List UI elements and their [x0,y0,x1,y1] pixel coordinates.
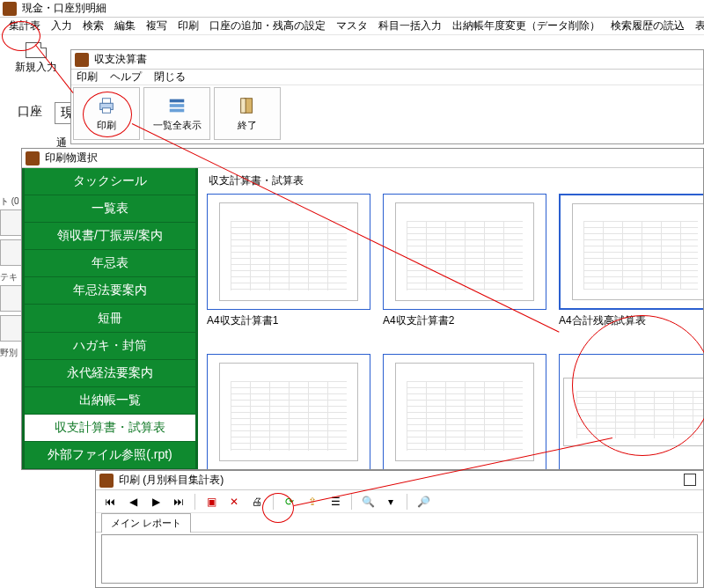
print-button-label: 印刷 [97,119,116,132]
new-input-button[interactable]: 新規入力 [4,42,69,77]
svg-rect-2 [102,107,110,113]
showall-button-label: 一覧全表示 [153,119,202,132]
child2-title-text: 印刷物選択 [45,151,98,165]
child1-menu-help[interactable]: ヘルプ [110,70,142,85]
toolbar-sep-1 [194,494,195,510]
cat-tanzaku[interactable]: 短冊 [22,305,198,332]
report-tabs: メイン レポート [96,513,703,533]
new-page-icon [26,42,47,58]
svg-rect-4 [170,104,185,107]
cat-list[interactable]: 一覧表 [22,195,198,223]
zoom-icon[interactable]: 🔍 [361,495,375,509]
thumb-2[interactable]: A4収支計算書2 [383,194,546,343]
next-page-icon[interactable]: ▶ [149,495,163,509]
strip-cell-1[interactable] [0,209,23,236]
thumb-1[interactable]: A4収支計算書1 [207,194,370,343]
strip-cell-2[interactable] [0,239,23,266]
first-page-icon[interactable]: ⏮ [103,495,117,509]
cat-eitai[interactable]: 永代経法要案内 [22,360,198,387]
thumb-1-caption: A4収支計算書1 [207,310,370,328]
menu-bulk[interactable]: 科目一括入力 [373,17,447,35]
menu-input[interactable]: 入力 [46,17,77,35]
printer-icon [96,96,117,115]
cat-hagaki[interactable]: ハガキ・封筒 [22,333,198,360]
window-balance-sheet: 収支決算書 印刷 ヘルプ 閉じる 印刷 一覧全表示 終了 [70,49,704,144]
main-title: 現金・口座別明細 [22,1,106,16]
account-label: 口座 [18,104,42,120]
left-strip: ト (0 テキ 野別 [0,194,23,361]
window-print-select: 印刷物選択 タックシール 一覧表 領収書/丁振票/案内 年忌表 年忌法要案内 短… [21,148,704,470]
tree-icon[interactable]: ☰ [328,495,342,509]
new-input-label: 新規入力 [4,60,69,75]
zoom-dropdown-icon[interactable]: ▾ [384,495,398,509]
thumb-3[interactable]: A4合計残高試算表 [559,194,703,343]
strip-label-2: テキ [0,269,23,285]
report-canvas[interactable] [101,534,698,584]
refresh-icon[interactable]: ⟳ [282,495,297,509]
thumb-2-caption: A4収支計算書2 [383,310,546,328]
cat-external[interactable]: 外部ファイル参照(.rpt) [22,442,198,469]
thumb-6[interactable] [559,354,703,469]
svg-rect-3 [170,99,185,102]
menu-print[interactable]: 印刷 [172,17,204,35]
menu-copy[interactable]: 複写 [141,17,172,35]
cat-ledger[interactable]: 出納帳一覧 [22,387,198,415]
exit-icon [237,96,258,115]
child1-menu-close[interactable]: 閉じる [154,70,186,85]
child1-menubar: 印刷 ヘルプ 閉じる [71,70,703,85]
menu-aggregate[interactable]: 集計表 [4,17,46,35]
child1-title-text: 収支決算書 [94,52,147,67]
svg-rect-1 [102,98,110,103]
printer-icon[interactable]: 🖨 [250,495,264,509]
svg-rect-5 [170,108,185,112]
menu-account[interactable]: 口座の追加・残高の設定 [204,17,331,35]
showall-button[interactable]: 一覧全表示 [143,87,210,140]
child3-icon [99,474,114,488]
child3-title-text: 印刷 (月別科目集計表) [119,473,224,488]
child3-toolbar: ⏮ ◀ ▶ ⏭ ▣ ✕ 🖨 ⟳ ⇪ ☰ 🔍 ▾ 🔎 [96,490,703,513]
child1-toolbar: 印刷 一覧全表示 終了 [71,85,703,142]
thumb-3-caption: A4合計残高試算表 [559,310,703,328]
cat-tackseal[interactable]: タックシール [22,168,198,195]
menu-master[interactable]: マスタ [331,17,373,35]
window-print-report: 印刷 (月別科目集計表) ⏮ ◀ ▶ ⏭ ▣ ✕ 🖨 ⟳ ⇪ ☰ 🔍 ▾ 🔎 メ… [95,470,704,588]
list-icon [166,96,187,115]
delete-icon[interactable]: ✕ [227,495,241,509]
preview-heading: 収支計算書・試算表 [209,173,694,188]
find-icon[interactable]: 🔎 [416,495,430,509]
svg-rect-7 [241,98,246,113]
child1-menu-print[interactable]: 印刷 [77,70,98,85]
menu-edit[interactable]: 編集 [109,17,141,35]
child1-titlebar: 収支決算書 [71,50,703,70]
cat-nenki[interactable]: 年忌表 [22,250,198,277]
cat-balance-sheet[interactable]: 収支計算書・試算表 [22,415,198,442]
export-icon[interactable]: ⇪ [305,495,319,509]
child2-titlebar: 印刷物選択 [22,149,703,168]
cat-nenki-guide[interactable]: 年忌法要案内 [22,277,198,305]
toolbar-sep-3 [351,494,352,510]
strip-cell-4[interactable] [0,315,23,342]
toolbar-sep-4 [407,494,407,510]
prev-page-icon[interactable]: ◀ [126,495,140,509]
child1-icon [75,53,89,67]
new-page-icon[interactable]: ▣ [204,495,218,509]
cat-receipt[interactable]: 領収書/丁振票/案内 [22,223,198,250]
strip-cell-3[interactable] [0,285,23,312]
menu-history[interactable]: 検索履歴の読込 [605,17,690,35]
maximize-button[interactable] [684,474,696,486]
thumb-5[interactable] [383,354,546,469]
thumb-grid: A4収支計算書1 A4収支計算書2 A4合計残高試算表 [207,194,694,469]
menu-view[interactable]: 表示 [690,17,704,35]
menu-search[interactable]: 検索 [77,17,109,35]
menu-year[interactable]: 出納帳年度変更（データ削除） [447,17,605,35]
exit-button-label: 終了 [238,119,257,132]
strip-label-1: ト (0 [0,194,23,209]
exit-button[interactable]: 終了 [214,87,281,140]
last-page-icon[interactable]: ⏭ [172,495,186,509]
toolbar-sep-2 [273,494,274,510]
app-icon [3,2,17,16]
thumb-4[interactable] [207,354,370,469]
tab-main-report[interactable]: メイン レポート [101,513,191,533]
strip-label-3: 野別 [0,345,23,361]
print-button[interactable]: 印刷 [73,87,140,140]
